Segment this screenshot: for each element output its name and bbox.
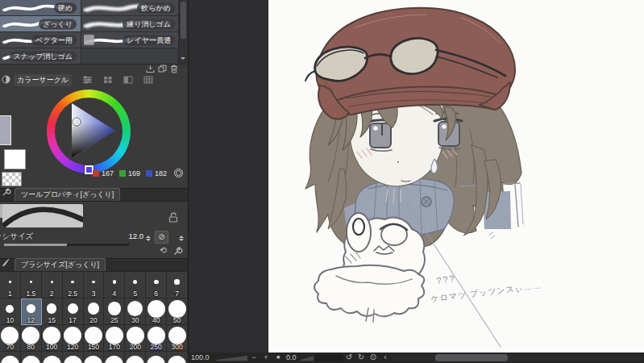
brush-item-3[interactable]: 練り消しゴム (81, 16, 179, 31)
horizontal-scrollbar[interactable] (391, 354, 642, 361)
brush-size-150[interactable]: 150 (84, 325, 105, 352)
tab-color-slider-icon[interactable] (82, 73, 93, 87)
brush-item-label: ベクター用 (31, 35, 77, 45)
brush-size-slider[interactable] (4, 244, 129, 246)
rgb-green: 169 (119, 169, 140, 177)
tab-color-circle[interactable]: カラーサークル (14, 74, 72, 86)
collapse-button[interactable]: ‹ (380, 353, 390, 362)
brush-size-2[interactable]: 2 (42, 272, 63, 298)
color-mode-icon[interactable] (174, 169, 183, 177)
trash-icon[interactable] (170, 65, 178, 73)
brush-size-1.5[interactable]: 1.5 (21, 272, 42, 298)
brush-size-300[interactable]: 300 (167, 325, 188, 352)
brush-size-100[interactable]: 100 (42, 325, 63, 352)
zoom-in-button[interactable]: + (261, 353, 271, 362)
brush-size-title[interactable]: ブラシサイズ[ざっくり] (15, 258, 106, 271)
brush-item-2[interactable]: ざっくり (0, 16, 81, 31)
brush-size-200[interactable]: 200 (125, 325, 146, 352)
artwork-sketch: ??? ケロマツ ブッツンスぃ…… (268, 0, 644, 353)
brush-size-12[interactable]: 12 (21, 298, 42, 325)
brush-size-40[interactable]: 40 (146, 298, 167, 325)
rgb-red: 167 (93, 169, 114, 177)
brush-size-partial[interactable] (125, 352, 146, 363)
brush-size-value[interactable]: 12.0 (129, 232, 144, 240)
color-circle-panel: カラーサークル (0, 73, 188, 188)
brush-size-4[interactable]: 4 (104, 272, 125, 298)
advanced-settings-icon[interactable] (173, 246, 183, 257)
brush-size-5[interactable]: 5 (125, 272, 146, 298)
brush-size-partial[interactable] (63, 352, 84, 363)
brush-item-empty[interactable] (81, 48, 179, 64)
brush-size-label: ブラシサイズ (0, 232, 47, 242)
brush-item-6[interactable]: スナップ消しゴム (0, 48, 81, 64)
brush-size-30[interactable]: 30 (125, 298, 146, 325)
brush-size-partial[interactable] (167, 352, 188, 363)
transparent-swatch[interactable] (2, 172, 22, 186)
scroll-down-button[interactable] (179, 55, 188, 63)
layer-chip-icon (84, 35, 94, 45)
paint-app: 硬め軟らかめざっくり練り消しゴムベクター用レイヤー貫通スナップ消しゴム (0, 0, 644, 363)
brush-item-5[interactable]: レイヤー貫通 (81, 32, 179, 48)
brush-size-partial[interactable] (42, 352, 63, 363)
reset-defaults-icon[interactable]: ⟲ (160, 246, 167, 255)
zoom-slider[interactable] (217, 355, 247, 361)
brush-size-20[interactable]: 20 (84, 298, 105, 325)
brush-size-3[interactable]: 3 (84, 272, 105, 298)
brush-size-1[interactable]: 1 (0, 272, 21, 298)
brush-size-7[interactable]: 7 (167, 272, 188, 298)
rgb-blue: 182 (146, 169, 167, 177)
lock-icon[interactable] (168, 212, 178, 224)
sv-triangle[interactable] (70, 101, 117, 161)
brush-list: 硬め軟らかめざっくり練り消しゴムベクター用レイヤー貫通スナップ消しゴム (0, 0, 188, 64)
brush-item-label: 軟らかめ (137, 2, 175, 13)
brush-size-partial[interactable] (21, 352, 42, 363)
brush-size-10[interactable]: 10 (0, 298, 21, 325)
brush-list-scrollbar[interactable] (178, 0, 188, 64)
secondary-color-swatch[interactable] (4, 149, 26, 169)
brush-item-0[interactable]: 硬め (0, 0, 81, 15)
reset-view-button[interactable]: ⊙ (368, 353, 378, 362)
undo-button[interactable]: ↺ (344, 353, 354, 362)
brush-size-80[interactable]: 80 (21, 325, 42, 352)
brush-size-partial[interactable] (84, 352, 105, 363)
canvas[interactable]: ??? ケロマツ ブッツンスぃ…… (268, 0, 644, 353)
brush-size-partial[interactable] (104, 352, 125, 363)
canvas-navbar: 100.0 − + ■ 0.0 ↺ ↻ ⊙ ‹ (188, 353, 644, 363)
redo-button[interactable]: ↻ (356, 353, 366, 362)
primary-color-swatch[interactable] (0, 115, 11, 145)
brush-size-25[interactable]: 25 (104, 298, 125, 325)
brush-size-170[interactable]: 170 (104, 325, 125, 352)
zoom-value[interactable]: 100.0 (191, 353, 210, 361)
fit-view-button[interactable]: ■ (273, 353, 283, 362)
brush-size-partial[interactable] (0, 352, 21, 363)
brush-size-250[interactable]: 250 (146, 325, 167, 352)
dynamics-button[interactable]: ⊘ (155, 231, 168, 244)
brush-size-120[interactable]: 120 (63, 325, 84, 352)
brush-item-label: レイヤー貫通 (123, 35, 175, 45)
brush-size-6[interactable]: 6 (146, 272, 167, 298)
brush-actions-bar (0, 64, 188, 73)
brush-size-15[interactable]: 15 (42, 298, 63, 325)
tool-property-title[interactable]: ツールプロパティ[ざっくり] (15, 188, 120, 201)
size-spinner[interactable] (146, 233, 152, 244)
brush-item-label: 硬め (54, 2, 77, 13)
duplicate-icon[interactable] (158, 65, 167, 73)
rotation-slider[interactable] (301, 355, 314, 361)
tab-approx-color-icon[interactable] (143, 73, 153, 87)
brush-size-partial[interactable] (146, 352, 167, 363)
tab-color-set-icon[interactable] (103, 73, 113, 87)
param-spinner[interactable] (179, 233, 185, 244)
brush-size-2.5[interactable]: 2.5 (63, 272, 84, 298)
brush-item-4[interactable]: ベクター用 (0, 32, 81, 48)
scrollbar-thumb[interactable] (181, 2, 186, 39)
zoom-out-button[interactable]: − (249, 353, 259, 362)
tab-mixing-icon[interactable] (123, 73, 133, 87)
rotation-value[interactable]: 0.0 (286, 353, 297, 361)
brush-size-70[interactable]: 70 (0, 325, 21, 352)
rotation-track[interactable] (314, 354, 343, 361)
scrollbar-thumb[interactable] (435, 354, 508, 361)
brush-size-17[interactable]: 17 (63, 298, 84, 325)
rgb-readout: 167169182 (93, 169, 167, 177)
brush-size-50[interactable]: 50 (167, 298, 188, 325)
brush-item-1[interactable]: 軟らかめ (81, 0, 179, 15)
